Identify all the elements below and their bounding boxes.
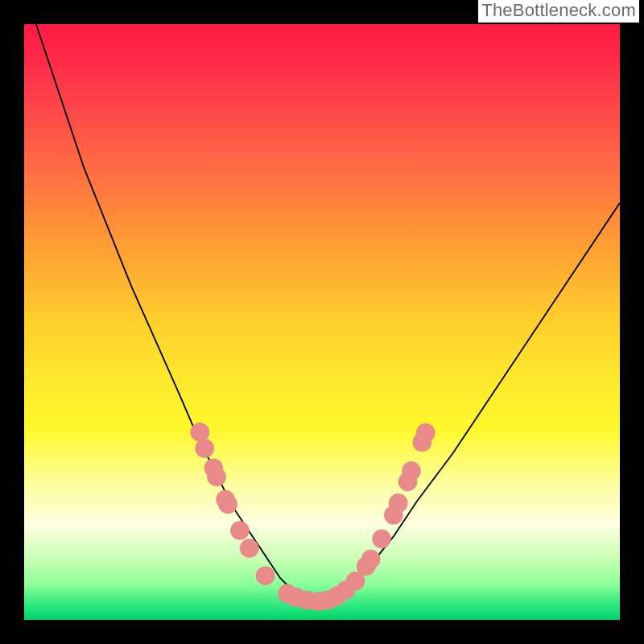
- curve-marker: [207, 468, 226, 487]
- curve-marker: [402, 461, 421, 481]
- curve-layer: [24, 24, 620, 620]
- curve-marker: [218, 495, 237, 514]
- marker-group: [190, 423, 435, 611]
- watermark-label: TheBottleneck.com: [478, 0, 639, 23]
- plot-area: [24, 24, 620, 620]
- curve-marker: [372, 530, 391, 549]
- curve-marker: [389, 493, 408, 513]
- curve-marker: [361, 550, 381, 569]
- curve-marker: [256, 566, 275, 585]
- curve-marker: [416, 423, 436, 443]
- bottleneck-curve: [36, 24, 620, 602]
- curve-marker: [230, 521, 250, 540]
- chart-frame: TheBottleneck.com: [0, 0, 644, 644]
- curve-marker: [190, 423, 209, 442]
- curve-marker: [240, 539, 259, 558]
- curve-marker: [195, 439, 214, 458]
